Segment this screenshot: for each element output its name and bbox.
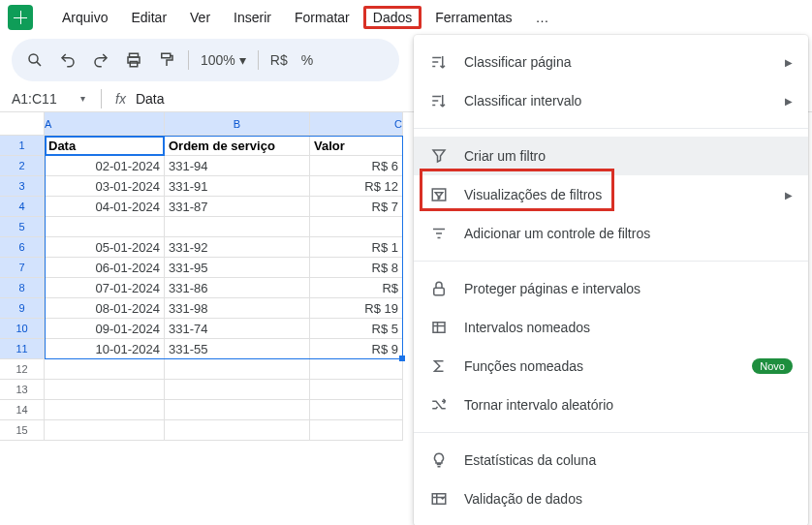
row-header[interactable]: 7: [0, 258, 45, 278]
cell[interactable]: R$ 19: [310, 298, 403, 319]
row-header[interactable]: 6: [0, 237, 45, 258]
cell[interactable]: 331-98: [165, 298, 310, 319]
cell[interactable]: R$ 7: [310, 197, 403, 217]
cell[interactable]: 09-01-2024: [45, 319, 165, 339]
row-header[interactable]: 11: [0, 339, 45, 359]
cell[interactable]: Ordem de serviço: [165, 136, 310, 156]
row-header[interactable]: 2: [0, 156, 45, 176]
cell[interactable]: 331-95: [165, 258, 310, 278]
menu-named-functions[interactable]: Funções nomeadas Novo: [414, 347, 808, 386]
row-header[interactable]: 15: [0, 420, 45, 441]
cell[interactable]: 331-74: [165, 319, 310, 339]
cell[interactable]: Data: [45, 136, 165, 156]
row-header[interactable]: 14: [0, 400, 45, 420]
cell[interactable]: [45, 420, 165, 441]
col-header[interactable]: B: [165, 112, 310, 136]
cell[interactable]: 05-01-2024: [45, 237, 165, 258]
menu-create-filter[interactable]: Criar um filtro: [414, 137, 808, 175]
row-header[interactable]: 4: [0, 197, 45, 217]
menu-sort-range[interactable]: Classificar intervalo ▶: [414, 81, 808, 120]
menu-inserir[interactable]: Inserir: [224, 6, 281, 29]
chevron-down-icon: ▾: [239, 52, 246, 68]
row-header[interactable]: 8: [0, 278, 45, 298]
select-all-corner[interactable]: [0, 112, 45, 136]
menu-arquivo[interactable]: Arquivo: [52, 6, 117, 29]
menu-add-filter-control[interactable]: Adicionar um controle de filtros: [414, 214, 808, 253]
menu-sort-page[interactable]: Classificar página ▶: [414, 43, 808, 81]
cell[interactable]: 07-01-2024: [45, 278, 165, 298]
cell[interactable]: [45, 380, 165, 400]
search-icon[interactable]: [19, 45, 50, 76]
cell[interactable]: [165, 420, 310, 441]
validation-icon: [429, 489, 449, 509]
cell[interactable]: [45, 359, 165, 380]
menu-column-stats[interactable]: Estatísticas da coluna: [414, 441, 808, 479]
redo-icon[interactable]: [85, 45, 116, 76]
cell[interactable]: 10-01-2024: [45, 339, 165, 359]
cell[interactable]: 02-01-2024: [45, 156, 165, 176]
print-icon[interactable]: [118, 45, 149, 76]
row-header[interactable]: 1: [0, 136, 45, 156]
cell[interactable]: 331-91: [165, 176, 310, 197]
cell[interactable]: R$ 8: [310, 258, 403, 278]
cell[interactable]: [45, 217, 165, 237]
menu-protect[interactable]: Proteger páginas e intervalos: [414, 269, 808, 308]
row-header[interactable]: 3: [0, 176, 45, 197]
cell[interactable]: 03-01-2024: [45, 176, 165, 197]
col-header[interactable]: C: [310, 112, 403, 136]
menu-named-ranges[interactable]: Intervalos nomeados: [414, 308, 808, 347]
cell[interactable]: 331-94: [165, 156, 310, 176]
cell[interactable]: R$ 1: [310, 237, 403, 258]
cell[interactable]: 331-92: [165, 237, 310, 258]
menu-data-validation[interactable]: Validação de dados: [414, 479, 808, 518]
sort-icon: [429, 52, 449, 72]
cell[interactable]: [310, 400, 403, 420]
sheets-logo[interactable]: [8, 5, 33, 30]
cell[interactable]: R$ 12: [310, 176, 403, 197]
cell[interactable]: [165, 217, 310, 237]
currency-button[interactable]: R$: [265, 45, 294, 76]
cell[interactable]: 331-86: [165, 278, 310, 298]
menu-ver[interactable]: Ver: [180, 6, 220, 29]
menu-formatar[interactable]: Formatar: [285, 6, 359, 29]
row-header[interactable]: 9: [0, 298, 45, 319]
cell[interactable]: R$ 6: [310, 156, 403, 176]
cell[interactable]: Valor: [310, 136, 403, 156]
name-box[interactable]: A1:C11 ▾: [0, 91, 97, 107]
cell[interactable]: [45, 400, 165, 420]
cell[interactable]: [165, 359, 310, 380]
menu-ferramentas[interactable]: Ferramentas: [425, 6, 521, 29]
percent-button[interactable]: %: [296, 45, 319, 76]
lock-icon: [429, 279, 449, 298]
row-header[interactable]: 12: [0, 359, 45, 380]
cell[interactable]: [165, 400, 310, 420]
menu-randomize[interactable]: Tornar intervalo aleatório: [414, 386, 808, 424]
cell[interactable]: R$: [310, 278, 403, 298]
formula-input[interactable]: Data: [136, 91, 165, 107]
col-header[interactable]: A: [45, 112, 165, 136]
row-header[interactable]: 10: [0, 319, 45, 339]
menu-filter-views[interactable]: Visualizações de filtros ▶: [414, 175, 808, 214]
menu-editar[interactable]: Editar: [121, 6, 176, 29]
svg-rect-6: [434, 288, 445, 295]
zoom-select[interactable]: 100%▾: [195, 52, 252, 68]
menu-more[interactable]: …: [526, 6, 559, 29]
cell[interactable]: [165, 380, 310, 400]
cell[interactable]: 331-87: [165, 197, 310, 217]
cell[interactable]: R$ 9: [310, 339, 403, 359]
paint-format-icon[interactable]: [151, 45, 182, 76]
cell[interactable]: R$ 5: [310, 319, 403, 339]
cell[interactable]: 04-01-2024: [45, 197, 165, 217]
row-header[interactable]: 13: [0, 380, 45, 400]
slicer-icon: [429, 224, 449, 243]
cell[interactable]: 06-01-2024: [45, 258, 165, 278]
row-header[interactable]: 5: [0, 217, 45, 237]
cell[interactable]: [310, 380, 403, 400]
cell[interactable]: 331-55: [165, 339, 310, 359]
cell[interactable]: [310, 359, 403, 380]
cell[interactable]: 08-01-2024: [45, 298, 165, 319]
menu-dados[interactable]: Dados: [363, 6, 422, 29]
undo-icon[interactable]: [52, 45, 83, 76]
cell[interactable]: [310, 420, 403, 441]
cell[interactable]: [310, 217, 403, 237]
